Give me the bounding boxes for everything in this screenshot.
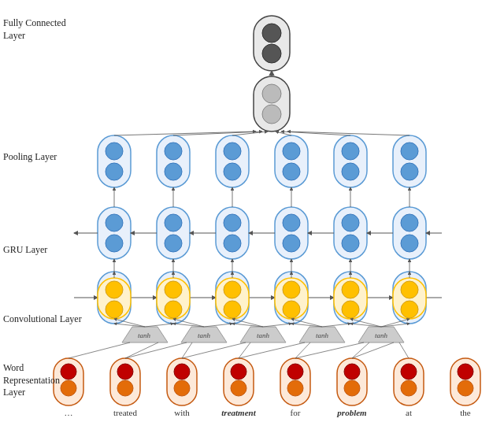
svg-line-149	[182, 342, 246, 358]
svg-point-14	[224, 143, 241, 160]
svg-point-124	[231, 380, 246, 396]
svg-point-158	[106, 281, 123, 298]
svg-point-21	[342, 163, 359, 180]
svg-line-106	[204, 324, 232, 327]
svg-point-9	[106, 163, 123, 180]
svg-text:at: at	[406, 408, 412, 417]
svg-line-107	[232, 324, 263, 327]
svg-text:tanh: tanh	[257, 331, 270, 339]
svg-point-2	[262, 44, 281, 63]
svg-line-103	[114, 324, 145, 327]
svg-line-108	[263, 324, 291, 327]
svg-point-20	[342, 143, 359, 160]
svg-line-147	[125, 342, 187, 358]
svg-line-155	[352, 342, 394, 358]
svg-line-146	[125, 342, 158, 358]
svg-point-18	[283, 163, 300, 180]
svg-point-23	[401, 143, 418, 160]
svg-text:tanh: tanh	[375, 331, 388, 339]
svg-point-162	[165, 301, 182, 318]
svg-point-1	[262, 24, 281, 43]
svg-point-8	[106, 143, 123, 160]
svg-text:for: for	[291, 408, 301, 417]
word-repr-nodes	[54, 358, 480, 405]
svg-line-104	[145, 324, 173, 327]
svg-text:treatment: treatment	[221, 408, 256, 417]
svg-point-165	[224, 301, 241, 318]
svg-point-161	[165, 281, 182, 298]
svg-point-4	[262, 84, 281, 103]
svg-point-118	[117, 380, 133, 396]
svg-point-15	[224, 163, 241, 180]
svg-point-120	[174, 364, 190, 380]
pooling-nodes	[98, 135, 426, 187]
svg-line-109	[291, 324, 322, 327]
svg-point-32	[106, 214, 123, 231]
svg-point-35	[165, 214, 182, 231]
svg-line-111	[350, 324, 381, 327]
svg-point-132	[401, 364, 417, 380]
svg-point-17	[283, 143, 300, 160]
svg-point-173	[401, 281, 418, 298]
svg-point-174	[401, 301, 418, 318]
svg-text:with: with	[174, 408, 190, 417]
fc-node	[254, 76, 290, 131]
svg-point-11	[165, 143, 182, 160]
svg-point-135	[458, 364, 473, 380]
svg-point-164	[224, 281, 241, 298]
svg-line-152	[295, 342, 310, 358]
svg-point-123	[231, 364, 246, 380]
svg-point-133	[401, 380, 417, 396]
svg-point-38	[224, 214, 241, 231]
svg-point-39	[224, 235, 241, 252]
svg-line-153	[295, 342, 364, 358]
svg-point-41	[283, 214, 300, 231]
svg-text:treated: treated	[113, 408, 137, 417]
svg-point-136	[458, 380, 473, 396]
svg-point-115	[61, 380, 76, 396]
svg-point-42	[283, 235, 300, 252]
svg-text:…: …	[65, 408, 73, 417]
svg-point-117	[117, 364, 133, 380]
svg-line-156	[399, 342, 409, 358]
svg-point-126	[287, 364, 303, 380]
svg-point-44	[342, 214, 359, 231]
svg-point-121	[174, 380, 190, 396]
svg-point-47	[401, 214, 418, 231]
conv-tanh-filters: tanh tanh tanh tanh tanh	[122, 327, 404, 342]
svg-point-114	[61, 364, 76, 380]
svg-text:tanh: tanh	[316, 331, 329, 339]
svg-line-145	[69, 342, 130, 358]
svg-line-112	[381, 324, 410, 327]
svg-point-45	[342, 235, 359, 252]
svg-point-48	[401, 235, 418, 252]
svg-text:tanh: tanh	[198, 331, 211, 339]
svg-point-36	[165, 235, 182, 252]
svg-point-24	[401, 163, 418, 180]
svg-point-168	[283, 301, 300, 318]
output-node	[254, 16, 290, 71]
svg-point-130	[344, 380, 360, 396]
svg-point-170	[342, 281, 359, 298]
svg-line-30	[287, 131, 410, 135]
svg-point-12	[165, 163, 182, 180]
svg-line-105	[173, 324, 204, 327]
svg-point-129	[344, 364, 360, 380]
svg-text:the: the	[460, 408, 471, 417]
neural-network-diagram: tanh tanh tanh tanh tanh	[0, 0, 504, 448]
svg-point-159	[106, 301, 123, 318]
svg-point-5	[262, 105, 281, 124]
svg-line-110	[322, 324, 350, 327]
svg-text:problem: problem	[336, 408, 367, 417]
svg-point-171	[342, 301, 359, 318]
conv-output-nodes	[98, 278, 426, 319]
svg-text:tanh: tanh	[138, 331, 151, 339]
svg-point-127	[287, 380, 303, 396]
svg-point-33	[106, 235, 123, 252]
svg-point-167	[283, 281, 300, 298]
